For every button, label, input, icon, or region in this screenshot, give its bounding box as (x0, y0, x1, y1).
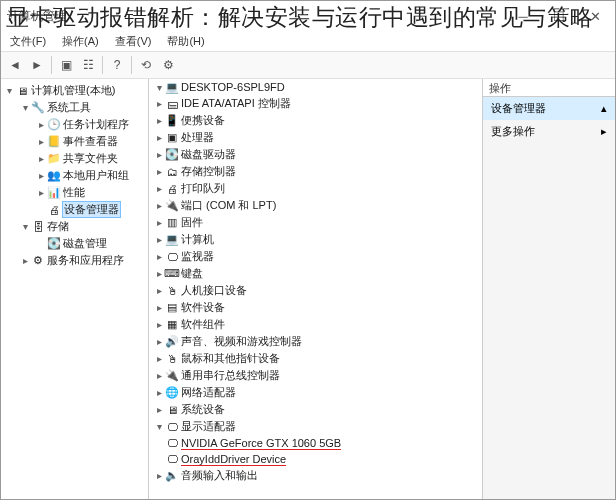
tree-device-manager[interactable]: 🖨 设备管理器 (1, 201, 148, 218)
tree-label: 计算机管理(本地) (31, 83, 115, 98)
tree-label: NVIDIA GeForce GTX 1060 5GB (181, 437, 341, 450)
category-disk[interactable]: ▸💽磁盘驱动器 (149, 146, 482, 163)
expand-icon[interactable]: ▸ (153, 387, 165, 398)
category-storage-ctrl[interactable]: ▸🗂存储控制器 (149, 163, 482, 180)
category-audio-io[interactable]: ▸🔈音频输入和输出 (149, 467, 482, 484)
expand-icon[interactable]: ▾ (3, 85, 15, 96)
category-firmware[interactable]: ▸▥固件 (149, 214, 482, 231)
expand-icon[interactable]: ▸ (153, 336, 165, 347)
expand-icon[interactable]: ▸ (35, 119, 47, 130)
category-display-adapter[interactable]: ▾🖵显示适配器 (149, 418, 482, 435)
tree-storage[interactable]: ▾ 🗄 存储 (1, 218, 148, 235)
tree-label: 软件设备 (181, 300, 225, 315)
close-button[interactable]: ✕ (581, 5, 609, 27)
expand-icon[interactable]: ▸ (35, 136, 47, 147)
left-tree[interactable]: ▾ 🖥 计算机管理(本地) ▾ 🔧 系统工具 ▸ 🕒 任务计划程序 ▸ 📒 事件… (1, 79, 149, 499)
category-ide[interactable]: ▸🖴IDE ATA/ATAPI 控制器 (149, 95, 482, 112)
tree-label: 处理器 (181, 130, 214, 145)
expand-icon[interactable]: ▸ (35, 187, 47, 198)
expand-icon[interactable]: ▸ (35, 153, 47, 164)
category-software-device[interactable]: ▸▤软件设备 (149, 299, 482, 316)
category-printer[interactable]: ▸🖨打印队列 (149, 180, 482, 197)
expand-icon[interactable]: ▸ (153, 302, 165, 313)
category-mouse[interactable]: ▸🖱鼠标和其他指针设备 (149, 350, 482, 367)
expand-icon[interactable]: ▸ (153, 200, 165, 211)
category-system-device[interactable]: ▸🖥系统设备 (149, 401, 482, 418)
expand-icon[interactable]: ▸ (153, 166, 165, 177)
device-nvidia-gpu[interactable]: 🖵NVIDIA GeForce GTX 1060 5GB (149, 435, 482, 451)
tree-event-viewer[interactable]: ▸ 📒 事件查看器 (1, 133, 148, 150)
category-network[interactable]: ▸🌐网络适配器 (149, 384, 482, 401)
services-icon: ⚙ (31, 254, 45, 268)
menu-help[interactable]: 帮助(H) (162, 33, 209, 50)
window-controls: ─ ☐ ✕ (509, 5, 609, 27)
category-portable[interactable]: ▸📱便携设备 (149, 112, 482, 129)
collapse-icon[interactable]: ▾ (153, 421, 165, 432)
expand-icon[interactable]: ▸ (153, 132, 165, 143)
computer-icon: 💻 (165, 80, 179, 94)
tree-shared-folders[interactable]: ▸ 📁 共享文件夹 (1, 150, 148, 167)
expand-icon[interactable]: ▸ (153, 370, 165, 381)
category-cpu[interactable]: ▸▣处理器 (149, 129, 482, 146)
expand-icon[interactable]: ▸ (153, 251, 165, 262)
category-software-component[interactable]: ▸▦软件组件 (149, 316, 482, 333)
expand-icon[interactable]: ▸ (153, 98, 165, 109)
tree-services-apps[interactable]: ▸ ⚙ 服务和应用程序 (1, 252, 148, 269)
tree-label: 通用串行总线控制器 (181, 368, 280, 383)
help-button[interactable]: ? (107, 55, 127, 75)
expand-icon[interactable]: ▸ (153, 115, 165, 126)
expand-icon[interactable]: ▸ (153, 217, 165, 228)
action-device-manager[interactable]: 设备管理器 ▴ (483, 97, 615, 120)
expand-icon[interactable]: ▸ (153, 470, 165, 481)
expand-icon[interactable]: ▸ (153, 183, 165, 194)
action-more[interactable]: 更多操作 ▸ (483, 120, 615, 143)
back-button[interactable]: ◄ (5, 55, 25, 75)
category-hid[interactable]: ▸🖱人机接口设备 (149, 282, 482, 299)
tree-root[interactable]: ▾ 🖥 计算机管理(本地) (1, 82, 148, 99)
scan-button[interactable]: ⚙ (158, 55, 178, 75)
expand-icon[interactable]: ▸ (153, 149, 165, 160)
expand-icon[interactable]: ▾ (153, 82, 165, 93)
maximize-button[interactable]: ☐ (545, 5, 573, 27)
folder-icon: 📁 (47, 152, 61, 166)
separator (51, 56, 52, 74)
category-keyboard[interactable]: ▸⌨键盘 (149, 265, 482, 282)
category-com-lpt[interactable]: ▸🔌端口 (COM 和 LPT) (149, 197, 482, 214)
device-orayidd[interactable]: 🖵OrayIddDriver Device (149, 451, 482, 467)
category-computer[interactable]: ▸💻计算机 (149, 231, 482, 248)
properties-button[interactable]: ☷ (78, 55, 98, 75)
expand-icon[interactable]: ▸ (19, 255, 31, 266)
tree-system-tools[interactable]: ▾ 🔧 系统工具 (1, 99, 148, 116)
expand-icon[interactable]: ▸ (153, 285, 165, 296)
tree-label: 事件查看器 (63, 134, 118, 149)
device-root[interactable]: ▾ 💻 DESKTOP-6SPL9FD (149, 79, 482, 95)
menu-action[interactable]: 操作(A) (57, 33, 104, 50)
tree-label: 键盘 (181, 266, 203, 281)
tree-local-users[interactable]: ▸ 👥 本地用户和组 (1, 167, 148, 184)
tree-label: 便携设备 (181, 113, 225, 128)
firmware-icon: ▥ (165, 216, 179, 230)
expand-icon[interactable]: ▸ (153, 404, 165, 415)
minimize-button[interactable]: ─ (509, 5, 537, 27)
expand-icon[interactable]: ▸ (153, 234, 165, 245)
device-tree[interactable]: ▾ 💻 DESKTOP-6SPL9FD ▸🖴IDE ATA/ATAPI 控制器 … (149, 79, 483, 499)
forward-button[interactable]: ► (27, 55, 47, 75)
up-button[interactable]: ▣ (56, 55, 76, 75)
refresh-button[interactable]: ⟲ (136, 55, 156, 75)
tree-performance[interactable]: ▸ 📊 性能 (1, 184, 148, 201)
menu-file[interactable]: 文件(F) (5, 33, 51, 50)
tree-disk-management[interactable]: 💽 磁盘管理 (1, 235, 148, 252)
menu-view[interactable]: 查看(V) (110, 33, 157, 50)
expand-icon[interactable]: ▾ (19, 221, 31, 232)
expand-icon[interactable]: ▸ (153, 319, 165, 330)
expand-icon[interactable]: ▸ (35, 170, 47, 181)
category-usb[interactable]: ▸🔌通用串行总线控制器 (149, 367, 482, 384)
expand-icon[interactable]: ▾ (19, 102, 31, 113)
expand-icon[interactable]: ▸ (153, 353, 165, 364)
menubar[interactable]: 文件(F) 操作(A) 查看(V) 帮助(H) (1, 31, 615, 51)
category-audio-video-game[interactable]: ▸🔊声音、视频和游戏控制器 (149, 333, 482, 350)
keyboard-icon: ⌨ (165, 267, 179, 281)
tree-task-scheduler[interactable]: ▸ 🕒 任务计划程序 (1, 116, 148, 133)
category-monitor[interactable]: ▸🖵监视器 (149, 248, 482, 265)
tree-label: 音频输入和输出 (181, 468, 258, 483)
